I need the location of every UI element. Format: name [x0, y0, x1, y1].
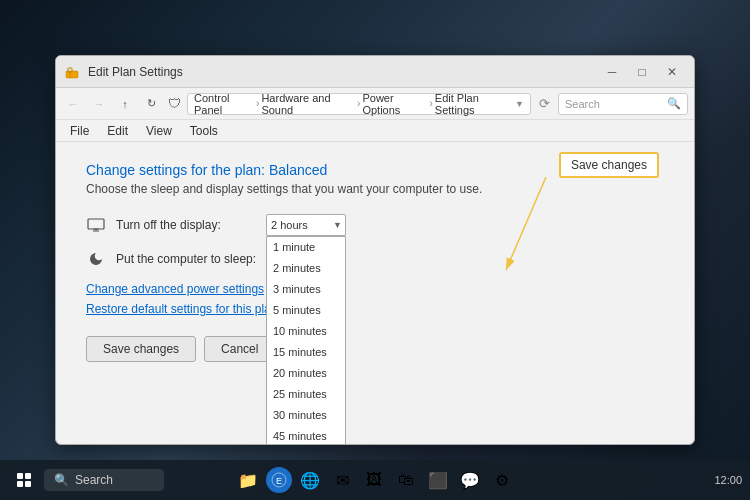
page-subtitle: Choose the sleep and display settings th… [86, 182, 664, 196]
forward-button[interactable]: → [88, 93, 110, 115]
sleep-icon [86, 249, 106, 269]
svg-rect-12 [25, 481, 31, 487]
svg-rect-10 [25, 473, 31, 479]
cancel-button[interactable]: Cancel [204, 336, 275, 362]
display-setting-row: Turn off the display: 2 hours ▼ 1 minute… [86, 214, 664, 236]
display-select-box[interactable]: 2 hours ▼ [266, 214, 346, 236]
taskbar-photos-icon[interactable]: 🖼 [360, 466, 388, 494]
svg-rect-9 [17, 473, 23, 479]
advanced-settings-link[interactable]: Change advanced power settings [86, 282, 664, 296]
close-button[interactable]: ✕ [658, 61, 686, 83]
select-arrow-icon: ▼ [333, 220, 342, 230]
display-icon [86, 215, 106, 235]
taskbar-files-icon[interactable]: 📁 [234, 466, 262, 494]
window: Edit Plan Settings ─ □ ✕ ← → ↑ ↻ 🛡 Contr… [55, 55, 695, 445]
taskbar-time: 12:00 [714, 474, 742, 486]
window-title: Edit Plan Settings [88, 65, 598, 79]
display-select-value: 2 hours [271, 219, 308, 231]
breadcrumb[interactable]: Control Panel › Hardware and Sound › Pow… [187, 93, 531, 115]
menu-edit[interactable]: Edit [99, 122, 136, 140]
menu-tools[interactable]: Tools [182, 122, 226, 140]
taskbar-right: 12:00 [714, 474, 742, 486]
title-bar: Edit Plan Settings ─ □ ✕ [56, 56, 694, 88]
shield-icon: 🛡 [168, 96, 181, 111]
taskbar: 🔍 Search 📁 E 🌐 ✉ 🖼 🛍 ⬛ 💬 ⚙ 12:00 [0, 460, 750, 500]
svg-rect-11 [17, 481, 23, 487]
menu-view[interactable]: View [138, 122, 180, 140]
search-box[interactable]: Search 🔍 [558, 93, 688, 115]
breadcrumb-item: Control Panel [194, 92, 254, 116]
window-icon [64, 64, 80, 80]
content-area: Save changes Change settings for the pla… [56, 142, 694, 382]
dropdown-item[interactable]: 1 minute [267, 237, 345, 258]
taskbar-vscode-icon[interactable]: ⬛ [424, 466, 452, 494]
refresh-icon[interactable]: ⟳ [539, 96, 550, 111]
up-button[interactable]: ↑ [114, 93, 136, 115]
refresh-button[interactable]: ↻ [140, 93, 162, 115]
search-icon: 🔍 [667, 97, 681, 110]
dropdown-item[interactable]: 3 minutes [267, 279, 345, 300]
dropdown-item[interactable]: 20 minutes [267, 363, 345, 384]
dropdown-item[interactable]: 15 minutes [267, 342, 345, 363]
taskbar-browser-icon[interactable]: E [266, 467, 292, 493]
search-input: Search [565, 98, 600, 110]
minimize-button[interactable]: ─ [598, 61, 626, 83]
save-changes-button[interactable]: Save changes [86, 336, 196, 362]
dropdown-item[interactable]: 5 minutes [267, 300, 345, 321]
sleep-setting-row: Put the computer to sleep: Never ▼ [86, 248, 664, 270]
dropdown-item[interactable]: 25 minutes [267, 384, 345, 405]
taskbar-settings-icon[interactable]: ⚙ [488, 466, 516, 494]
dropdown-item[interactable]: 10 minutes [267, 321, 345, 342]
address-bar: ← → ↑ ↻ 🛡 Control Panel › Hardware and S… [56, 88, 694, 120]
start-button[interactable] [8, 464, 40, 496]
back-button[interactable]: ← [62, 93, 84, 115]
desktop: Edit Plan Settings ─ □ ✕ ← → ↑ ↻ 🛡 Contr… [0, 0, 750, 500]
dropdown-list: 1 minute 2 minutes 3 minutes 5 minutes 1… [266, 236, 346, 445]
breadcrumb-item: Hardware and Sound [261, 92, 355, 116]
dropdown-item[interactable]: 30 minutes [267, 405, 345, 426]
taskbar-search[interactable]: 🔍 Search [44, 469, 164, 491]
dropdown-item[interactable]: 45 minutes [267, 426, 345, 445]
taskbar-search-label: Search [75, 473, 113, 487]
taskbar-chrome-icon[interactable]: 🌐 [296, 466, 324, 494]
taskbar-left: 🔍 Search [8, 464, 164, 496]
taskbar-search-icon: 🔍 [54, 473, 69, 487]
svg-rect-5 [88, 219, 104, 229]
annotation-label: Save changes [559, 152, 659, 178]
restore-defaults-link[interactable]: Restore default settings for this plan [86, 302, 664, 316]
taskbar-mail-icon[interactable]: ✉ [328, 466, 356, 494]
annotation-callout: Save changes [559, 152, 659, 178]
taskbar-teams-icon[interactable]: 💬 [456, 466, 484, 494]
taskbar-store-icon[interactable]: 🛍 [392, 466, 420, 494]
breadcrumb-item: Edit Plan Settings [435, 92, 513, 116]
display-select[interactable]: 2 hours ▼ 1 minute 2 minutes 3 minutes 5… [266, 214, 346, 236]
maximize-button[interactable]: □ [628, 61, 656, 83]
breadcrumb-item: Power Options [362, 92, 427, 116]
taskbar-center: 📁 E 🌐 ✉ 🖼 🛍 ⬛ 💬 ⚙ [234, 466, 516, 494]
dropdown-item[interactable]: 2 minutes [267, 258, 345, 279]
menu-file[interactable]: File [62, 122, 97, 140]
action-buttons: Save changes Cancel [86, 336, 664, 362]
sleep-label: Put the computer to sleep: [116, 252, 256, 266]
display-label: Turn off the display: [116, 218, 256, 232]
menu-bar: File Edit View Tools [56, 120, 694, 142]
window-controls: ─ □ ✕ [598, 61, 686, 83]
breadcrumb-dropdown-icon: ▼ [515, 99, 524, 109]
svg-text:E: E [276, 476, 282, 486]
